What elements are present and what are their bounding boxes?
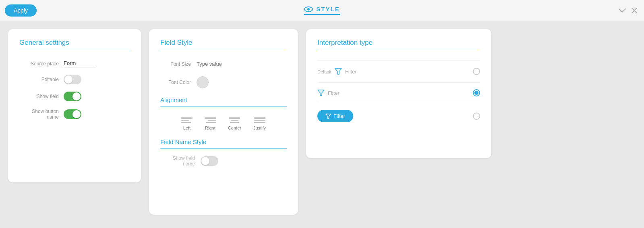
align-justify-icon <box>254 117 265 123</box>
source-place-row: Source place Form <box>19 60 130 67</box>
align-center-label: Center <box>228 126 241 130</box>
align-left-option[interactable]: Left <box>181 117 193 130</box>
align-center-icon <box>229 117 240 123</box>
show-field-name-toggle[interactable] <box>201 156 218 166</box>
general-settings-title: General settings <box>19 39 130 51</box>
field-style-card: Field Style Font Size Font Color Alignme… <box>149 29 298 215</box>
eye-icon <box>304 6 313 12</box>
font-color-row: Font Color <box>160 76 287 88</box>
radio-inner-selected <box>474 91 478 95</box>
align-justify-option[interactable]: Justify <box>253 117 266 130</box>
font-size-row: Font Size <box>160 60 287 68</box>
editable-row: Editable <box>19 75 130 84</box>
alignment-title: Alignment <box>160 96 287 107</box>
font-color-label: Font Color <box>160 79 197 85</box>
source-place-label: Source place <box>19 61 64 67</box>
filter-btn-label: Filter <box>333 113 345 119</box>
svg-marker-5 <box>318 90 324 96</box>
show-button-name-row: Show button name <box>19 109 130 120</box>
show-field-name-label: Show field name <box>160 155 201 167</box>
align-left-label: Left <box>183 126 191 130</box>
field-name-style-title: Field Name Style <box>160 138 287 149</box>
interpretation-type-title: Interpretation type <box>317 39 480 51</box>
svg-marker-6 <box>326 114 331 118</box>
close-icon[interactable] <box>631 7 638 14</box>
show-button-name-toggle[interactable] <box>64 109 81 119</box>
source-place-value: Form <box>64 60 96 67</box>
filter-icon-selected <box>317 89 325 96</box>
general-settings-card: General settings Source place Form Edita… <box>8 29 141 182</box>
main-content: General settings Source place Form Edita… <box>0 21 644 223</box>
show-field-toggle[interactable] <box>64 92 81 101</box>
align-center-option[interactable]: Center <box>228 117 241 130</box>
align-right-option[interactable]: Right <box>205 117 216 130</box>
show-field-label: Show field <box>19 94 64 99</box>
align-right-label: Right <box>205 126 215 130</box>
show-field-row: Show field <box>19 92 130 101</box>
filter-outline-icon <box>335 68 342 75</box>
font-size-input[interactable] <box>197 60 287 68</box>
align-right-icon <box>205 117 216 123</box>
apply-button[interactable]: Apply <box>5 4 37 17</box>
font-color-picker[interactable] <box>197 76 209 88</box>
editable-toggle[interactable] <box>64 75 81 84</box>
chevron-down-icon[interactable] <box>618 8 626 13</box>
top-bar: Apply STYLE <box>0 0 644 21</box>
filter-button[interactable]: Filter <box>317 110 353 122</box>
interp-row-icon: Filter <box>317 82 480 103</box>
filter-btn-icon <box>325 113 331 119</box>
interp-content-default: Default Filter <box>317 67 469 76</box>
svg-point-1 <box>307 8 310 10</box>
filter-text-default: Filter <box>345 69 357 75</box>
default-label: Default <box>317 67 331 76</box>
alignment-options: Left Right Center <box>160 113 287 130</box>
interpretation-type-card: Interpretation type Default Filter Filte… <box>306 29 491 158</box>
interp-row-button: Filter <box>317 103 480 129</box>
interp-row-default: Default Filter <box>317 60 480 82</box>
show-field-name-row: Show field name <box>160 155 287 167</box>
align-left-icon <box>181 117 193 123</box>
font-size-label: Font Size <box>160 61 197 67</box>
svg-marker-4 <box>335 69 342 74</box>
editable-label: Editable <box>19 77 64 82</box>
style-title-container: STYLE <box>304 6 340 15</box>
radio-button[interactable] <box>473 113 480 120</box>
style-label: STYLE <box>316 6 340 13</box>
top-bar-actions <box>618 7 638 14</box>
radio-default[interactable] <box>473 68 480 75</box>
filter-text-icon: Filter <box>328 90 340 96</box>
align-justify-label: Justify <box>253 126 266 130</box>
field-style-title: Field Style <box>160 39 287 51</box>
show-button-name-label: Show button name <box>19 109 64 120</box>
interp-content-button: Filter <box>317 110 469 122</box>
radio-icon[interactable] <box>473 89 480 96</box>
interp-content-icon: Filter <box>317 89 469 96</box>
